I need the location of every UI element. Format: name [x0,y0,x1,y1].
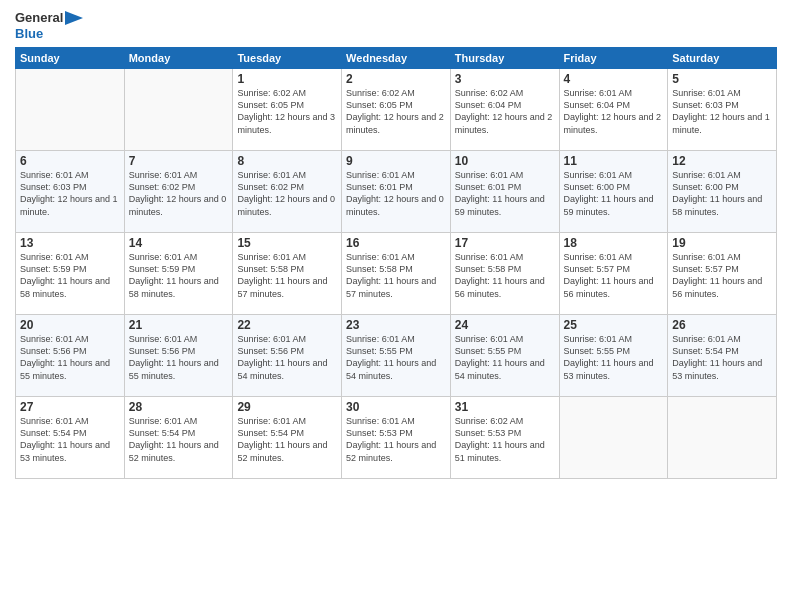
calendar-cell: 27Sunrise: 6:01 AM Sunset: 5:54 PM Dayli… [16,397,125,479]
calendar-cell [559,397,668,479]
calendar-cell: 10Sunrise: 6:01 AM Sunset: 6:01 PM Dayli… [450,151,559,233]
calendar-cell: 16Sunrise: 6:01 AM Sunset: 5:58 PM Dayli… [342,233,451,315]
day-info: Sunrise: 6:01 AM Sunset: 6:00 PM Dayligh… [672,169,772,218]
day-info: Sunrise: 6:01 AM Sunset: 5:56 PM Dayligh… [129,333,229,382]
calendar-cell: 7Sunrise: 6:01 AM Sunset: 6:02 PM Daylig… [124,151,233,233]
day-info: Sunrise: 6:01 AM Sunset: 6:03 PM Dayligh… [20,169,120,218]
calendar-cell: 6Sunrise: 6:01 AM Sunset: 6:03 PM Daylig… [16,151,125,233]
day-info: Sunrise: 6:01 AM Sunset: 5:54 PM Dayligh… [20,415,120,464]
calendar-cell: 24Sunrise: 6:01 AM Sunset: 5:55 PM Dayli… [450,315,559,397]
calendar-cell: 5Sunrise: 6:01 AM Sunset: 6:03 PM Daylig… [668,69,777,151]
logo-arrow-icon [65,11,83,25]
calendar-cell [16,69,125,151]
calendar-cell: 28Sunrise: 6:01 AM Sunset: 5:54 PM Dayli… [124,397,233,479]
calendar-cell: 12Sunrise: 6:01 AM Sunset: 6:00 PM Dayli… [668,151,777,233]
day-number: 17 [455,236,555,250]
day-info: Sunrise: 6:01 AM Sunset: 6:00 PM Dayligh… [564,169,664,218]
day-number: 3 [455,72,555,86]
calendar-header-row: SundayMondayTuesdayWednesdayThursdayFrid… [16,48,777,69]
day-info: Sunrise: 6:01 AM Sunset: 5:54 PM Dayligh… [129,415,229,464]
calendar-week-row: 13Sunrise: 6:01 AM Sunset: 5:59 PM Dayli… [16,233,777,315]
calendar-table: SundayMondayTuesdayWednesdayThursdayFrid… [15,47,777,479]
day-info: Sunrise: 6:02 AM Sunset: 6:05 PM Dayligh… [346,87,446,136]
calendar-cell: 31Sunrise: 6:02 AM Sunset: 5:53 PM Dayli… [450,397,559,479]
day-number: 6 [20,154,120,168]
weekday-header: Saturday [668,48,777,69]
calendar-cell: 19Sunrise: 6:01 AM Sunset: 5:57 PM Dayli… [668,233,777,315]
calendar-cell [124,69,233,151]
day-number: 19 [672,236,772,250]
calendar-cell: 23Sunrise: 6:01 AM Sunset: 5:55 PM Dayli… [342,315,451,397]
day-number: 26 [672,318,772,332]
calendar-cell: 13Sunrise: 6:01 AM Sunset: 5:59 PM Dayli… [16,233,125,315]
calendar-week-row: 27Sunrise: 6:01 AM Sunset: 5:54 PM Dayli… [16,397,777,479]
day-info: Sunrise: 6:01 AM Sunset: 5:56 PM Dayligh… [20,333,120,382]
calendar-body: 1Sunrise: 6:02 AM Sunset: 6:05 PM Daylig… [16,69,777,479]
day-number: 23 [346,318,446,332]
calendar-cell: 18Sunrise: 6:01 AM Sunset: 5:57 PM Dayli… [559,233,668,315]
day-info: Sunrise: 6:01 AM Sunset: 6:01 PM Dayligh… [455,169,555,218]
day-info: Sunrise: 6:01 AM Sunset: 6:04 PM Dayligh… [564,87,664,136]
day-number: 14 [129,236,229,250]
logo-text: General Blue [15,10,83,41]
calendar-week-row: 1Sunrise: 6:02 AM Sunset: 6:05 PM Daylig… [16,69,777,151]
day-info: Sunrise: 6:01 AM Sunset: 5:55 PM Dayligh… [346,333,446,382]
day-info: Sunrise: 6:02 AM Sunset: 5:53 PM Dayligh… [455,415,555,464]
day-number: 29 [237,400,337,414]
day-info: Sunrise: 6:01 AM Sunset: 6:03 PM Dayligh… [672,87,772,136]
day-info: Sunrise: 6:01 AM Sunset: 5:58 PM Dayligh… [455,251,555,300]
day-info: Sunrise: 6:01 AM Sunset: 5:56 PM Dayligh… [237,333,337,382]
calendar-cell: 14Sunrise: 6:01 AM Sunset: 5:59 PM Dayli… [124,233,233,315]
day-number: 5 [672,72,772,86]
weekday-header: Sunday [16,48,125,69]
calendar-cell: 22Sunrise: 6:01 AM Sunset: 5:56 PM Dayli… [233,315,342,397]
day-info: Sunrise: 6:01 AM Sunset: 5:58 PM Dayligh… [237,251,337,300]
day-info: Sunrise: 6:01 AM Sunset: 5:59 PM Dayligh… [129,251,229,300]
day-info: Sunrise: 6:01 AM Sunset: 5:55 PM Dayligh… [564,333,664,382]
day-number: 10 [455,154,555,168]
day-number: 31 [455,400,555,414]
calendar-cell: 21Sunrise: 6:01 AM Sunset: 5:56 PM Dayli… [124,315,233,397]
calendar-cell: 30Sunrise: 6:01 AM Sunset: 5:53 PM Dayli… [342,397,451,479]
calendar-cell: 17Sunrise: 6:01 AM Sunset: 5:58 PM Dayli… [450,233,559,315]
day-number: 15 [237,236,337,250]
day-number: 18 [564,236,664,250]
weekday-header: Monday [124,48,233,69]
calendar-cell: 20Sunrise: 6:01 AM Sunset: 5:56 PM Dayli… [16,315,125,397]
weekday-header: Tuesday [233,48,342,69]
calendar-cell: 4Sunrise: 6:01 AM Sunset: 6:04 PM Daylig… [559,69,668,151]
day-info: Sunrise: 6:01 AM Sunset: 6:02 PM Dayligh… [129,169,229,218]
day-info: Sunrise: 6:01 AM Sunset: 5:59 PM Dayligh… [20,251,120,300]
day-info: Sunrise: 6:01 AM Sunset: 6:02 PM Dayligh… [237,169,337,218]
day-number: 8 [237,154,337,168]
calendar-cell: 9Sunrise: 6:01 AM Sunset: 6:01 PM Daylig… [342,151,451,233]
calendar-cell: 1Sunrise: 6:02 AM Sunset: 6:05 PM Daylig… [233,69,342,151]
day-info: Sunrise: 6:01 AM Sunset: 5:58 PM Dayligh… [346,251,446,300]
calendar-cell: 26Sunrise: 6:01 AM Sunset: 5:54 PM Dayli… [668,315,777,397]
weekday-header: Thursday [450,48,559,69]
day-number: 4 [564,72,664,86]
day-info: Sunrise: 6:01 AM Sunset: 6:01 PM Dayligh… [346,169,446,218]
weekday-header: Wednesday [342,48,451,69]
calendar-cell: 15Sunrise: 6:01 AM Sunset: 5:58 PM Dayli… [233,233,342,315]
day-info: Sunrise: 6:02 AM Sunset: 6:05 PM Dayligh… [237,87,337,136]
day-number: 28 [129,400,229,414]
calendar-cell: 3Sunrise: 6:02 AM Sunset: 6:04 PM Daylig… [450,69,559,151]
header: General Blue [15,10,777,41]
day-number: 13 [20,236,120,250]
calendar-cell: 29Sunrise: 6:01 AM Sunset: 5:54 PM Dayli… [233,397,342,479]
day-info: Sunrise: 6:01 AM Sunset: 5:55 PM Dayligh… [455,333,555,382]
calendar-week-row: 6Sunrise: 6:01 AM Sunset: 6:03 PM Daylig… [16,151,777,233]
svg-marker-0 [65,11,83,25]
day-number: 27 [20,400,120,414]
logo: General Blue [15,10,83,41]
day-number: 22 [237,318,337,332]
day-number: 11 [564,154,664,168]
day-number: 16 [346,236,446,250]
day-number: 7 [129,154,229,168]
calendar-week-row: 20Sunrise: 6:01 AM Sunset: 5:56 PM Dayli… [16,315,777,397]
weekday-header: Friday [559,48,668,69]
day-number: 1 [237,72,337,86]
calendar-cell [668,397,777,479]
calendar-cell: 2Sunrise: 6:02 AM Sunset: 6:05 PM Daylig… [342,69,451,151]
